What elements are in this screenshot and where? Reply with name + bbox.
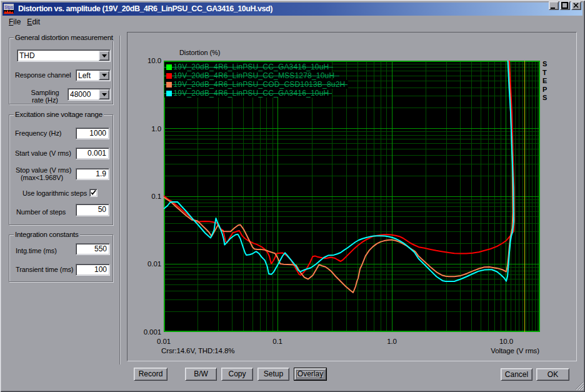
svg-text:19V_20dB_4R6_LinPSU_CC_MSS1278: 19V_20dB_4R6_LinPSU_CC_MSS1278_10uH: [174, 71, 335, 80]
svg-text:19V_20dB_4R6_LinPSU_CC_GA3416_: 19V_20dB_4R6_LinPSU_CC_GA3416_10uH: [174, 89, 329, 98]
svg-text:19V_20dB_4R6_LinPSU_CC_GA3416_: 19V_20dB_4R6_LinPSU_CC_GA3416_10uH: [174, 63, 329, 71]
svg-text:19V_20dB_4R6_LinPSU_COD_CSD101: 19V_20dB_4R6_LinPSU_COD_CSD1013B_8u2H: [174, 80, 346, 89]
